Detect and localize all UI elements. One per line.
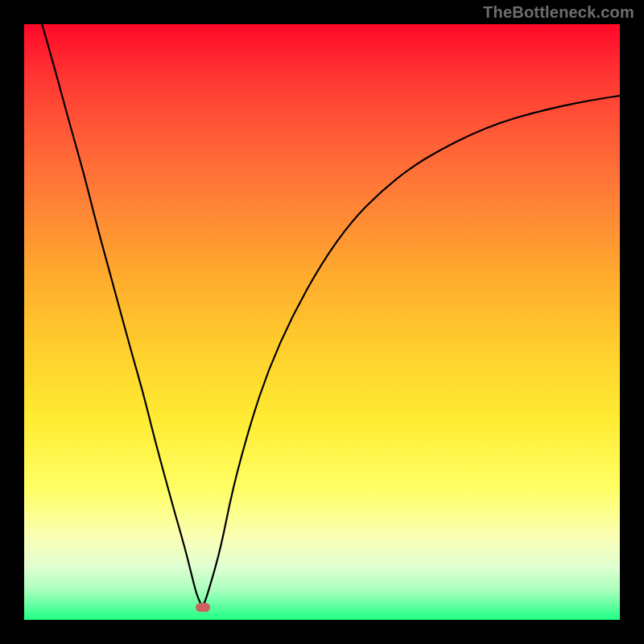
optimal-point-marker (196, 603, 210, 612)
plot-area (24, 24, 620, 620)
chart-frame: TheBottleneck.com (0, 0, 644, 644)
curve-path (42, 24, 620, 605)
watermark-text: TheBottleneck.com (483, 3, 634, 22)
bottleneck-curve (24, 24, 620, 620)
